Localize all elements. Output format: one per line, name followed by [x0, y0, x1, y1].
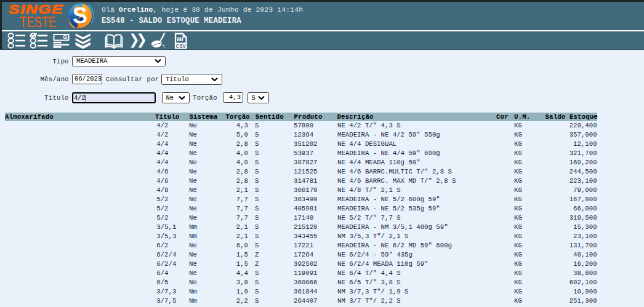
- svg-text:S: S: [73, 3, 87, 28]
- svg-text:CSV: CSV: [175, 43, 186, 49]
